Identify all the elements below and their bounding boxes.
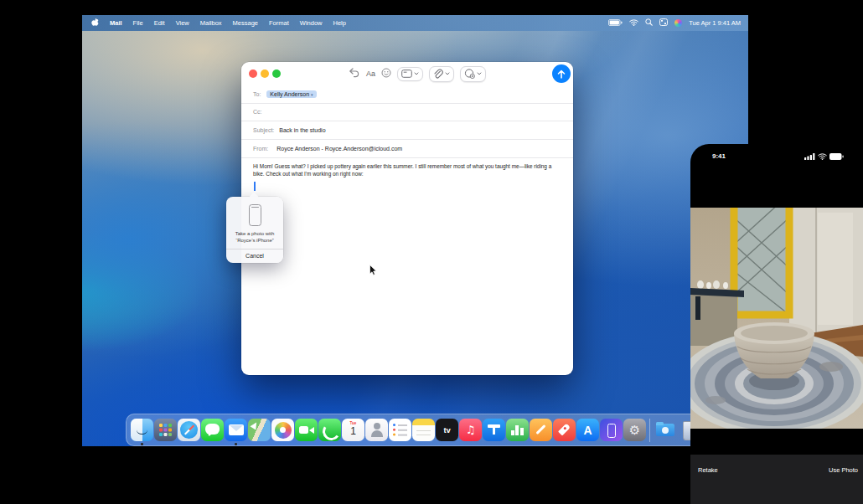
iphone-icon [249, 204, 261, 226]
menu-window[interactable]: Window [300, 19, 323, 27]
iphone-clock: 9:41 [712, 152, 726, 160]
running-indicator [235, 443, 237, 445]
wifi-icon[interactable] [629, 19, 638, 28]
dock-downloads-folder-icon[interactable] [654, 419, 676, 441]
dock-apple-tv-icon[interactable]: tv [436, 419, 458, 441]
dock-rocket-app-icon[interactable] [553, 419, 576, 441]
dock-facetime-icon[interactable] [295, 419, 318, 441]
dock-keynote-icon[interactable] [483, 419, 505, 441]
cancel-button[interactable]: Cancel [226, 249, 283, 263]
dock-maps-icon[interactable] [248, 419, 271, 441]
dock-calendar-icon[interactable]: Tue 1 [342, 419, 364, 441]
battery-icon[interactable] [608, 19, 623, 28]
siri-icon[interactable] [674, 19, 682, 27]
menu-message[interactable]: Message [233, 19, 258, 27]
dock-finder-icon[interactable] [131, 419, 153, 441]
insert-photo-icon [464, 69, 475, 79]
attach-button[interactable] [429, 66, 454, 82]
dock-music-icon[interactable] [459, 419, 482, 441]
menu-format[interactable]: Format [269, 19, 289, 27]
running-indicator [141, 443, 143, 445]
battery-icon [829, 153, 844, 160]
subject-value: Back in the studio [279, 127, 325, 133]
mac-desktop: Mail File Edit View Mailbox Message Form… [82, 15, 748, 446]
iphone-screen: 9:41 [690, 144, 863, 504]
to-field[interactable]: To: Kelly Anderson▾ [241, 85, 573, 104]
dock-notes-icon[interactable] [412, 419, 435, 441]
dock-numbers-icon[interactable] [506, 419, 529, 441]
dock-pages-icon[interactable] [530, 419, 552, 441]
mouse-cursor [369, 264, 377, 279]
popover-device-name: “Royce’s iPhone” [226, 237, 283, 244]
menu-mail[interactable]: Mail [110, 19, 122, 27]
download-arrow-icon [662, 427, 669, 434]
recipient-token[interactable]: Kelly Anderson▾ [266, 90, 316, 98]
send-button[interactable] [552, 64, 571, 83]
camera-confirm-bar: Retake Use Photo [690, 455, 863, 504]
dock-safari-icon[interactable] [178, 419, 200, 441]
dock-mail-icon[interactable] [225, 419, 247, 441]
dock-system-settings-icon[interactable] [623, 419, 646, 441]
use-photo-button[interactable]: Use Photo [829, 466, 858, 474]
dock-divider [649, 419, 650, 442]
cellular-signal-icon [804, 153, 815, 160]
popover-text: Take a photo with [226, 230, 283, 237]
dock-phone-icon[interactable] [318, 419, 341, 441]
menu-help[interactable]: Help [333, 19, 345, 27]
chevron-down-icon [414, 72, 419, 75]
paperclip-icon [433, 69, 443, 79]
iphone-status-icons [804, 153, 844, 160]
cc-label: Cc: [253, 109, 262, 115]
menu-edit[interactable]: Edit [154, 19, 165, 27]
subject-field[interactable]: Subject: Back in the studio [241, 121, 573, 140]
dock-iphone-mirroring-icon[interactable] [600, 419, 623, 441]
undo-icon[interactable] [349, 66, 360, 81]
dock: Tue 1 tv [126, 414, 705, 446]
take-photo-popover: Take a photo with “Royce’s iPhone” Cance… [226, 197, 283, 263]
header-fields-icon [401, 69, 412, 78]
dock-app-store-icon[interactable] [576, 419, 599, 441]
dock-launchpad-icon[interactable] [154, 419, 177, 441]
menu-file[interactable]: File [133, 19, 143, 27]
pottery-photo [690, 208, 863, 429]
zoom-window-button[interactable] [272, 69, 281, 78]
from-field[interactable]: From: Royce Anderson - Royce.Anderson@ic… [241, 139, 573, 158]
chevron-down-icon [445, 72, 450, 75]
from-value: Royce Anderson - Royce.Anderson@icloud.c… [276, 146, 402, 152]
menu-bar-clock[interactable]: Tue Apr 1 9:41 AM [689, 19, 741, 27]
chevron-down-icon: ▾ [311, 92, 313, 97]
text-caret [254, 182, 256, 191]
message-body[interactable]: Hi Mom! Guess what? I picked up pottery … [253, 162, 558, 177]
subject-label: Subject: [253, 127, 274, 133]
compose-toolbar: Aa [349, 64, 499, 83]
insert-photo-button[interactable] [460, 66, 486, 82]
format-icon[interactable]: Aa [366, 69, 375, 78]
spotlight-icon[interactable] [645, 18, 653, 28]
dock-reminders-icon[interactable] [389, 419, 411, 441]
apple-logo-icon[interactable] [91, 18, 99, 28]
dock-messages-icon[interactable] [201, 419, 224, 441]
menu-mailbox[interactable]: Mailbox [200, 19, 222, 27]
wifi-icon [818, 153, 827, 160]
dock-photos-icon[interactable] [271, 419, 294, 441]
close-window-button[interactable] [249, 69, 257, 78]
emoji-icon[interactable] [381, 66, 391, 81]
menu-bar: Mail File Edit View Mailbox Message Form… [82, 15, 748, 31]
send-arrow-icon [556, 69, 566, 80]
chevron-down-icon [477, 72, 482, 75]
cc-field[interactable]: Cc: [241, 103, 573, 121]
retake-button[interactable]: Retake [698, 466, 718, 474]
control-center-icon[interactable] [659, 18, 668, 28]
to-label: To: [253, 91, 261, 97]
menu-view[interactable]: View [176, 19, 189, 27]
mail-compose-window: Aa To: Kelly Anderson▾ Cc: Subject: [241, 62, 573, 375]
dock-contacts-icon[interactable] [365, 419, 388, 441]
from-label: From: [253, 146, 268, 152]
header-fields-button[interactable] [397, 67, 423, 81]
minimize-window-button[interactable] [261, 69, 269, 78]
